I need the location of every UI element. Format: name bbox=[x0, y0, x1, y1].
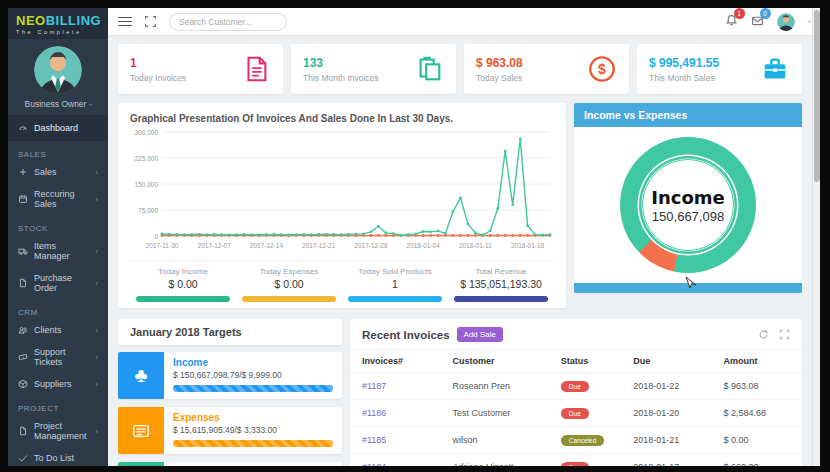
col-amount[interactable]: Amount bbox=[712, 350, 802, 373]
svg-text:2018-01-04: 2018-01-04 bbox=[407, 242, 441, 249]
chevron-right-icon: › bbox=[95, 326, 98, 335]
chevron-right-icon: › bbox=[95, 247, 98, 256]
status-badge: Due bbox=[561, 408, 589, 419]
table-row[interactable]: #1184 Adriano Hissett Due 2018-01-17 $ 6… bbox=[350, 454, 802, 467]
sales-chart-panel: Graphical Presentation Of Invoices And S… bbox=[118, 103, 566, 308]
target-icon bbox=[118, 462, 164, 466]
table-row[interactable]: #1186 Test Customer Due 2018-01-20 $ 2,5… bbox=[350, 400, 802, 427]
stat-card-month-sales[interactable]: $ 995,491.55 This Month Sales bbox=[637, 44, 802, 94]
col-customer[interactable]: Customer bbox=[440, 350, 548, 373]
app-window: NEOBILLING The Complete Business Owner ›… bbox=[8, 8, 820, 466]
svg-text:2017-12-28: 2017-12-28 bbox=[354, 242, 388, 249]
target-card-partial[interactable] bbox=[118, 462, 342, 466]
invoice-link[interactable]: #1187 bbox=[350, 373, 440, 400]
menu-toggle-icon[interactable] bbox=[118, 14, 132, 29]
notifications-button[interactable]: 1 bbox=[725, 13, 738, 31]
app-logo[interactable]: NEOBILLING The Complete bbox=[8, 8, 108, 39]
chevron-right-icon: › bbox=[95, 427, 98, 436]
svg-text:2017-11-30: 2017-11-30 bbox=[146, 242, 179, 249]
svg-text:2018-01-18: 2018-01-18 bbox=[511, 242, 545, 249]
user-menu-avatar[interactable] bbox=[777, 13, 795, 31]
sidebar-item-purchase-order[interactable]: Purchase Order› bbox=[8, 267, 108, 299]
users-icon bbox=[18, 325, 28, 335]
sidebar: NEOBILLING The Complete Business Owner ›… bbox=[8, 8, 108, 466]
chevron-right-icon: › bbox=[95, 195, 98, 204]
calendar-icon bbox=[18, 194, 28, 204]
file-icon bbox=[18, 426, 28, 436]
box-icon bbox=[18, 379, 28, 389]
summary-today-income: Today Income $ 0.00 bbox=[130, 267, 236, 302]
targets-title: January 2018 Targets bbox=[118, 319, 342, 345]
target-amount: $ 15,615,905.49/$ 3,333.00 bbox=[173, 425, 333, 435]
targets-column: January 2018 Targets ♣ Income $ 150,667,… bbox=[118, 319, 342, 466]
stat-card-month-invoices[interactable]: 133 This Month Invoices bbox=[291, 44, 456, 94]
sidebar-item-label: Dashboard bbox=[34, 123, 78, 133]
plus-icon bbox=[18, 167, 28, 177]
scrollbar[interactable] bbox=[812, 8, 820, 466]
panel-footer-bar bbox=[574, 283, 802, 293]
chevron-down-icon: › bbox=[86, 103, 95, 106]
sidebar-item-sales[interactable]: Sales› bbox=[8, 161, 108, 183]
topbar: 1 0 › bbox=[108, 8, 820, 36]
invoice-link[interactable]: #1185 bbox=[350, 427, 440, 454]
chevron-right-icon: › bbox=[95, 279, 98, 288]
svg-text:300,000: 300,000 bbox=[135, 129, 159, 136]
stat-card-today-invoices[interactable]: 1 Today Invoices bbox=[118, 44, 283, 94]
sales-line-chart[interactable]: 075,000150,000225,000300,0002017-11-3020… bbox=[130, 124, 554, 252]
stat-label: Today Invoices bbox=[130, 73, 186, 83]
svg-text:0: 0 bbox=[154, 233, 158, 240]
target-amount: $ 150,667,098.79/$ 9,999.00 bbox=[173, 370, 333, 380]
col-status[interactable]: Status bbox=[549, 350, 621, 373]
stat-label: Today Sales bbox=[476, 73, 523, 83]
clipboard-icon bbox=[414, 54, 444, 84]
sidebar-item-suppliers[interactable]: Suppliers› bbox=[8, 373, 108, 395]
target-card-expenses[interactable]: Expenses $ 15,615,905.49/$ 3,333.00 bbox=[118, 407, 342, 454]
summary-bar bbox=[136, 296, 229, 302]
table-row[interactable]: #1187 Roseann Pren Due 2018-01-22 $ 963.… bbox=[350, 373, 802, 400]
logo-secondary: BILLING bbox=[46, 13, 102, 28]
income-expenses-donut[interactable]: Income 150,667,098 bbox=[620, 137, 756, 273]
sidebar-section-stock: STOCK bbox=[8, 215, 108, 235]
sidebar-section-project: PROJECT bbox=[8, 395, 108, 415]
target-label: Expenses bbox=[173, 412, 333, 423]
expand-icon[interactable] bbox=[779, 329, 790, 340]
messages-button[interactable]: 0 bbox=[751, 13, 764, 31]
sidebar-item-dashboard[interactable]: Dashboard bbox=[8, 115, 108, 141]
search-input[interactable] bbox=[169, 13, 287, 31]
target-progress-bar bbox=[173, 385, 333, 392]
invoice-link[interactable]: #1186 bbox=[350, 400, 440, 427]
add-sale-button[interactable]: Add Sale bbox=[457, 327, 503, 342]
sidebar-item-items-manager[interactable]: Items Manager› bbox=[8, 235, 108, 267]
scrollbar-thumb[interactable] bbox=[814, 10, 820, 182]
logo-tagline: The Complete bbox=[16, 29, 100, 35]
sidebar-item-reccuring-sales[interactable]: Reccuring Sales› bbox=[8, 183, 108, 215]
invoices-title: Recent Invoices bbox=[362, 329, 450, 341]
svg-text:2017-12-21: 2017-12-21 bbox=[302, 242, 336, 249]
sidebar-section-sales: SALES bbox=[8, 141, 108, 161]
sidebar-item-project-management[interactable]: Project Management› bbox=[8, 415, 108, 447]
sidebar-item-clients[interactable]: Clients› bbox=[8, 319, 108, 341]
summary-total-revenue: Total Revenue $ 135,051,193.30 bbox=[448, 267, 554, 302]
stat-value: 133 bbox=[303, 56, 379, 70]
svg-text:150,000: 150,000 bbox=[135, 181, 159, 188]
summary-bar bbox=[348, 296, 441, 302]
table-row[interactable]: #1185 wilson Canceled 2018-01-21 $ 0.00 bbox=[350, 427, 802, 454]
refresh-icon[interactable] bbox=[758, 329, 769, 340]
col-due[interactable]: Due bbox=[621, 350, 711, 373]
summary-bar bbox=[242, 296, 335, 302]
user-profile[interactable]: Business Owner › bbox=[8, 39, 108, 115]
target-card-income[interactable]: ♣ Income $ 150,667,098.79/$ 9,999.00 bbox=[118, 352, 342, 399]
stat-card-today-sales[interactable]: $ 963.08 Today Sales $ bbox=[464, 44, 629, 94]
chart-title: Graphical Presentation Of Invoices And S… bbox=[130, 113, 554, 124]
logo-primary: NEO bbox=[16, 13, 46, 28]
invoice-link[interactable]: #1184 bbox=[350, 454, 440, 467]
fullscreen-icon[interactable] bbox=[144, 15, 157, 28]
summary-sold-products: Today Sold Products 1 bbox=[342, 267, 448, 302]
sidebar-item-to-do-list[interactable]: To Do List bbox=[8, 447, 108, 466]
message-count-badge: 0 bbox=[760, 8, 771, 19]
svg-text:2017-12-07: 2017-12-07 bbox=[198, 242, 232, 249]
sidebar-item-support-tickets[interactable]: Support Tickets› bbox=[8, 341, 108, 373]
recent-invoices-panel: Recent Invoices Add Sale Invoices# Custo… bbox=[350, 319, 802, 466]
col-invoice-id[interactable]: Invoices# bbox=[350, 350, 440, 373]
invoice-file-icon bbox=[241, 54, 271, 84]
